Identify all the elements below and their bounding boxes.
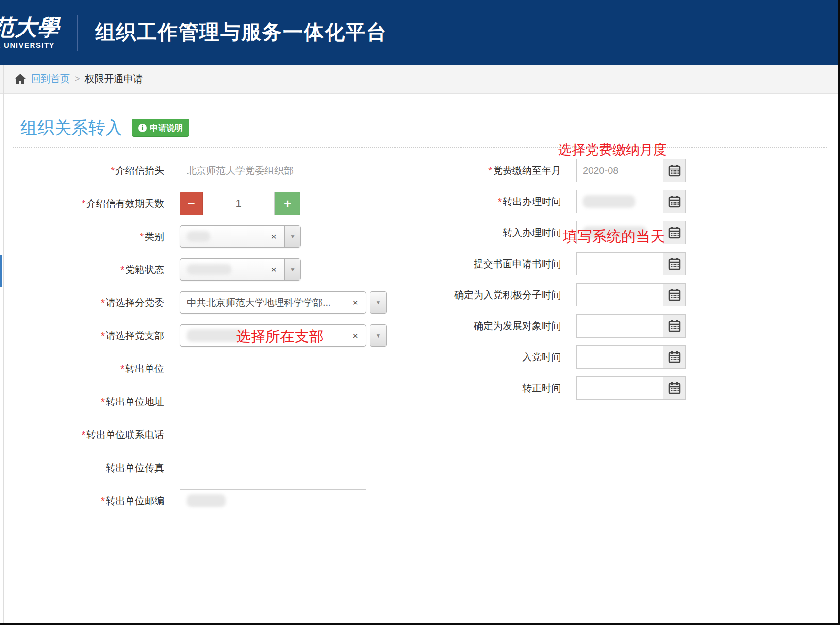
calendar-icon[interactable] bbox=[663, 190, 685, 213]
field-label: 确定为发展对象时间 bbox=[474, 321, 561, 331]
row-transfer-out-phone: *转出单位联系电话 bbox=[0, 423, 393, 446]
plus-button[interactable]: + bbox=[275, 192, 300, 215]
row-written-application-date: 提交书面申请书时间 bbox=[403, 252, 694, 275]
required-mark: * bbox=[140, 231, 144, 242]
required-mark: * bbox=[101, 330, 105, 341]
field-label: 转出单位联系电话 bbox=[86, 429, 164, 440]
transfer-out-date-input[interactable] bbox=[577, 190, 663, 213]
clear-icon[interactable]: × bbox=[271, 265, 277, 274]
field-label: 确定为入党积极分子时间 bbox=[454, 289, 561, 300]
breadcrumb-home-link[interactable]: 回到首页 bbox=[31, 72, 70, 85]
row-transfer-out-postcode: *转出单位邮编 bbox=[0, 489, 393, 512]
breadcrumb: 回到首页 > 权限开通申请 bbox=[0, 65, 840, 94]
validity-days-input[interactable] bbox=[203, 192, 275, 215]
intro-letter-title-input[interactable] bbox=[180, 159, 366, 182]
clear-icon[interactable]: × bbox=[271, 232, 277, 241]
required-mark: * bbox=[498, 196, 502, 207]
validity-days-stepper: − + bbox=[180, 192, 300, 215]
required-mark: * bbox=[120, 264, 124, 275]
sidebar-toggle-tab[interactable] bbox=[0, 255, 2, 287]
field-label: 请选择分党委 bbox=[106, 297, 164, 308]
calendar-icon[interactable] bbox=[663, 221, 685, 244]
category-select[interactable]: × ▼ bbox=[180, 225, 301, 248]
fee-paid-until-input[interactable]: 2020-08 bbox=[577, 159, 663, 182]
transfer-in-date-group bbox=[576, 221, 686, 244]
field-label: 介绍信有效期天数 bbox=[86, 198, 164, 209]
logo-english: L UNIVERSITY bbox=[0, 41, 72, 49]
required-mark: * bbox=[488, 165, 492, 176]
required-mark: * bbox=[101, 495, 105, 506]
app-title: 组织工作管理与服务一体化平台 bbox=[95, 19, 387, 46]
sub-committee-select[interactable]: 中共北京师范大学地理科学学部... × bbox=[180, 291, 366, 314]
chevron-down-icon[interactable]: ▼ bbox=[370, 324, 387, 347]
transfer-out-unit-input[interactable] bbox=[180, 357, 366, 380]
field-label: 提交书面申请书时间 bbox=[474, 258, 561, 269]
row-intro-letter-title: *介绍信抬头 bbox=[0, 159, 393, 182]
transfer-out-fax-input[interactable] bbox=[180, 456, 366, 479]
calendar-icon[interactable] bbox=[663, 253, 685, 275]
row-full-member-date: 转正时间 bbox=[403, 376, 694, 400]
redacted-value bbox=[187, 231, 210, 242]
window-border-right bbox=[838, 0, 840, 625]
field-label: 转出办理时间 bbox=[503, 196, 561, 207]
calendar-icon[interactable] bbox=[663, 377, 685, 399]
calendar-icon[interactable] bbox=[663, 315, 685, 337]
logo-calligraphy: 范大學 bbox=[0, 16, 72, 39]
full-member-date-group bbox=[576, 376, 686, 400]
activist-confirm-date-input[interactable] bbox=[577, 284, 663, 306]
field-label: 转出单位邮编 bbox=[106, 495, 164, 506]
join-party-date-input[interactable] bbox=[577, 346, 663, 368]
row-development-target-date: 确定为发展对象时间 bbox=[403, 314, 694, 338]
redacted-value bbox=[583, 226, 647, 239]
chevron-down-icon[interactable]: ▼ bbox=[284, 259, 300, 280]
transfer-in-date-input[interactable] bbox=[577, 221, 663, 244]
transfer-out-date-group bbox=[576, 190, 686, 213]
content-left-divider bbox=[3, 65, 4, 623]
row-category: *类别 × ▼ bbox=[0, 225, 393, 248]
party-status-select[interactable]: × ▼ bbox=[180, 258, 301, 281]
field-label: 转出单位地址 bbox=[106, 396, 164, 407]
field-label: 请选择党支部 bbox=[106, 330, 164, 341]
clear-icon[interactable]: × bbox=[352, 298, 359, 307]
party-branch-select[interactable]: × bbox=[180, 324, 366, 347]
chevron-down-icon[interactable]: ▼ bbox=[284, 226, 300, 247]
calendar-icon[interactable] bbox=[663, 346, 685, 368]
row-party-branch: *请选择党支部 × ▼ bbox=[0, 324, 393, 347]
field-label: 转出单位 bbox=[125, 363, 164, 374]
development-target-date-input[interactable] bbox=[577, 315, 663, 337]
dotted-separator bbox=[13, 147, 827, 148]
row-transfer-in-date: 转入办理时间 bbox=[403, 221, 694, 244]
annotation-fee-month: 选择党费缴纳月度 bbox=[558, 141, 667, 159]
window-border-bottom bbox=[0, 623, 840, 625]
development-target-date-group bbox=[576, 314, 686, 338]
calendar-icon[interactable] bbox=[663, 284, 685, 306]
app-header: 范大學 L UNIVERSITY 组织工作管理与服务一体化平台 bbox=[0, 0, 840, 65]
university-logo: 范大學 L UNIVERSITY bbox=[0, 16, 72, 49]
required-mark: * bbox=[101, 297, 105, 308]
required-mark: * bbox=[120, 363, 124, 374]
clear-icon[interactable]: × bbox=[352, 331, 359, 340]
info-icon: i bbox=[138, 124, 147, 132]
row-sub-committee: *请选择分党委 中共北京师范大学地理科学学部... × ▼ bbox=[0, 291, 393, 314]
field-label: 转正时间 bbox=[522, 383, 561, 393]
redacted-value bbox=[187, 264, 231, 275]
page-title: 组织关系转入 bbox=[20, 117, 122, 139]
field-label: 转出单位传真 bbox=[106, 462, 164, 473]
activist-confirm-date-group bbox=[576, 283, 686, 306]
join-party-date-group bbox=[576, 345, 686, 369]
field-label: 党籍状态 bbox=[125, 264, 164, 275]
required-mark: * bbox=[101, 396, 105, 407]
minus-button[interactable]: − bbox=[180, 192, 203, 215]
transfer-out-postcode-input[interactable] bbox=[180, 489, 366, 512]
transfer-out-phone-input[interactable] bbox=[180, 423, 366, 446]
full-member-date-input[interactable] bbox=[577, 377, 663, 399]
row-validity-days: *介绍信有效期天数 − + bbox=[0, 192, 393, 215]
home-icon[interactable] bbox=[15, 74, 26, 84]
field-label: 入党时间 bbox=[522, 352, 561, 362]
row-transfer-out-address: *转出单位地址 bbox=[0, 390, 393, 413]
calendar-icon[interactable] bbox=[663, 159, 685, 182]
application-instructions-button[interactable]: i 申请说明 bbox=[132, 119, 189, 137]
written-application-date-input[interactable] bbox=[577, 253, 663, 275]
chevron-down-icon[interactable]: ▼ bbox=[370, 291, 387, 314]
transfer-out-address-input[interactable] bbox=[180, 390, 366, 413]
